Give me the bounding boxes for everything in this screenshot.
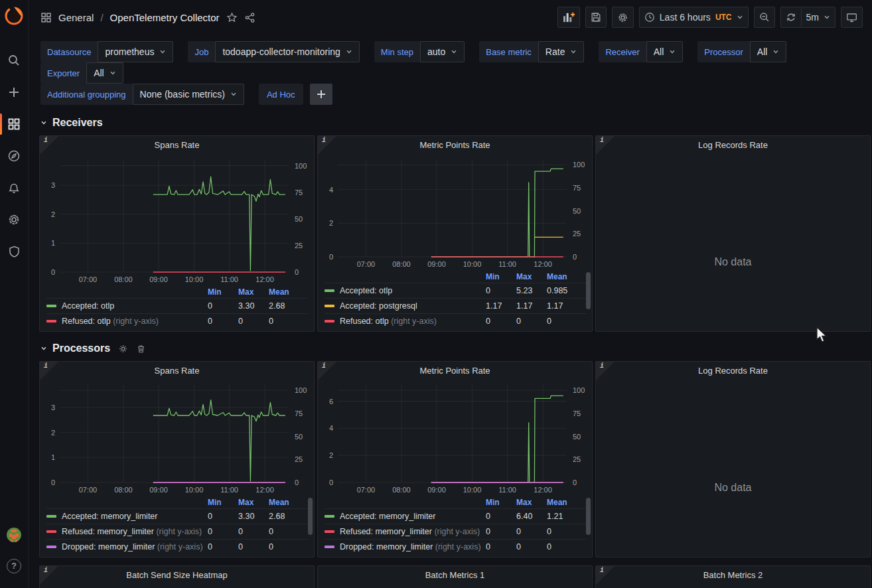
panel-title[interactable]: Batch Metrics 1 (318, 566, 592, 583)
variable-label: Receiver (599, 41, 646, 62)
configuration-gear-icon[interactable] (0, 204, 29, 236)
series-label[interactable]: Accepted: memory_limiter (62, 512, 158, 521)
panel-title[interactable]: Metric Points Rate (318, 362, 592, 379)
legend-stat-header[interactable]: Max (516, 272, 547, 281)
svg-text:12:00: 12:00 (255, 275, 274, 283)
svg-text:07:00: 07:00 (79, 275, 98, 283)
series-label[interactable]: Refused: memory_limiter (right y-axis) (340, 527, 480, 536)
legend-stat-header[interactable]: Min (486, 498, 516, 507)
breadcrumb: General / OpenTelemetry Collector (40, 12, 255, 23)
legend-row[interactable]: Accepted: memory_limiter06.401.21 (325, 508, 587, 524)
panel-spans-rate: i Spans Rate 07:0008:0009:0010:0011:0012… (39, 135, 315, 332)
series-color-swatch (46, 320, 56, 323)
legend-row[interactable]: Refused: memory_limiter (right y-axis)00… (325, 524, 587, 539)
variable-value-dropdown[interactable]: auto (420, 41, 465, 62)
legend-stat-header[interactable]: Min (486, 272, 516, 281)
tv-mode-button[interactable] (841, 7, 863, 28)
breadcrumb-folder[interactable]: General (58, 12, 94, 23)
heatmap-chart: 40 (40, 583, 314, 588)
grafana-app: ? General / OpenTelemetry Collector (0, 0, 872, 588)
alerting-bell-icon[interactable] (0, 172, 29, 204)
legend-scrollbar[interactable] (308, 498, 313, 535)
row-delete-trash-icon[interactable] (136, 344, 146, 354)
series-label[interactable]: Accepted: postgresql (340, 301, 417, 311)
series-label[interactable]: Refused: otlp (right y-axis) (62, 317, 159, 326)
variable-value-dropdown[interactable]: prometheus (98, 41, 173, 62)
time-range-picker[interactable]: Last 6 hours UTC (639, 7, 749, 28)
explore-compass-icon[interactable] (0, 140, 29, 172)
legend-row[interactable]: Refused: memory_limiter (right y-axis)00… (46, 524, 309, 539)
legend-row[interactable]: Dropped: memory_limiter (right y-axis)00… (46, 539, 309, 554)
series-min: 0 (486, 286, 516, 295)
legend-row[interactable]: Refused: otlp (right y-axis)000 (46, 313, 309, 329)
legend-row[interactable]: Accepted: otlp05.230.985 (325, 283, 587, 298)
panel-title[interactable]: Log Records Rate (596, 362, 870, 379)
svg-text:50: 50 (573, 207, 581, 215)
admin-shield-icon[interactable] (0, 236, 29, 267)
zoom-out-button[interactable] (754, 7, 775, 28)
user-avatar[interactable] (0, 519, 29, 550)
sidebar-nav (0, 44, 29, 267)
panel-title[interactable]: Metric Points Rate (318, 136, 592, 153)
help-icon[interactable]: ? (0, 550, 29, 581)
apps-grid-icon[interactable] (40, 12, 52, 23)
variable-min-step: Min step auto (374, 41, 465, 62)
save-dashboard-button[interactable] (585, 7, 607, 28)
legend-scrollbar[interactable] (586, 498, 591, 535)
legend-row[interactable]: Dropped: memory_limiter (right y-axis)00… (325, 539, 587, 554)
panel-title[interactable]: Batch Send Size Heatmap (40, 566, 314, 583)
legend-stat-header[interactable]: Max (238, 287, 269, 297)
panel-title[interactable]: Spans Rate (40, 362, 314, 379)
star-icon[interactable] (226, 12, 238, 23)
series-label[interactable]: Accepted: otlp (340, 286, 392, 295)
series-label[interactable]: Accepted: otlp (62, 301, 114, 311)
series-label[interactable]: Refused: otlp (right y-axis) (340, 317, 437, 326)
search-icon[interactable] (0, 44, 29, 76)
legend-stat-header[interactable]: Max (516, 498, 547, 507)
legend-stat-header[interactable]: Mean (269, 498, 299, 507)
panel-title[interactable]: Log Records Rate (596, 136, 870, 153)
legend-stat-header[interactable]: Mean (547, 272, 577, 281)
svg-text:0: 0 (329, 478, 333, 486)
share-icon[interactable] (244, 12, 255, 23)
svg-text:08:00: 08:00 (114, 486, 133, 494)
chart-svg: 07:0008:0009:0010:0011:0012:000123025507… (40, 379, 314, 496)
chart-svg: 07:0008:0009:0010:0011:0012:000246025507… (318, 379, 592, 496)
adhoc-filter-label[interactable]: Ad Hoc (259, 84, 303, 105)
variable-value-dropdown[interactable]: todoapp-collector-monitoring (215, 41, 359, 62)
dashboards-icon[interactable] (0, 108, 29, 140)
refresh-button[interactable] (780, 7, 802, 28)
panel-title[interactable]: Spans Rate (40, 136, 314, 153)
row-settings-gear-icon[interactable] (118, 344, 128, 354)
variable-value-dropdown[interactable]: None (basic metrics) (133, 84, 244, 105)
series-label[interactable]: Dropped: memory_limiter (right y-axis) (340, 542, 481, 551)
add-panel-button[interactable] (557, 7, 580, 28)
legend-stat-header[interactable]: Max (238, 498, 269, 507)
panel-title[interactable]: Batch Metrics 2 (596, 566, 870, 583)
variable-label: Base metric (479, 41, 538, 62)
dashboard-settings-button[interactable] (612, 7, 634, 28)
legend-row[interactable]: Refused: otlp (right y-axis)000 (325, 313, 587, 329)
variable-value-dropdown[interactable]: All (86, 62, 123, 84)
grafana-logo-icon[interactable] (4, 6, 24, 26)
legend-row[interactable]: Accepted: otlp03.302.68 (46, 298, 309, 313)
variable-value-dropdown[interactable]: All (646, 41, 684, 62)
legend-stat-header[interactable]: Min (208, 287, 238, 297)
series-label[interactable]: Dropped: memory_limiter (right y-axis) (62, 542, 203, 551)
legend-stat-header[interactable]: Mean (269, 287, 299, 297)
legend-row[interactable]: Accepted: memory_limiter03.302.68 (46, 508, 309, 524)
variable-value-dropdown[interactable]: Rate (538, 41, 585, 62)
legend-stat-header[interactable]: Min (208, 498, 238, 507)
legend-row[interactable]: Accepted: postgresql1.171.171.17 (325, 298, 587, 313)
create-plus-icon[interactable] (0, 76, 29, 108)
variable-value-dropdown[interactable]: All (750, 41, 787, 62)
series-label[interactable]: Accepted: memory_limiter (340, 512, 436, 521)
row-header-processors[interactable]: Processors (40, 340, 871, 357)
legend-stat-header[interactable]: Mean (547, 498, 577, 507)
series-label[interactable]: Refused: memory_limiter (right y-axis) (62, 527, 202, 536)
row-header-receivers[interactable]: Receivers (40, 114, 871, 131)
add-filter-button[interactable] (310, 84, 332, 105)
svg-text:75: 75 (295, 409, 303, 417)
refresh-interval-dropdown[interactable]: 5m (802, 7, 836, 28)
legend-scrollbar[interactable] (586, 272, 591, 309)
